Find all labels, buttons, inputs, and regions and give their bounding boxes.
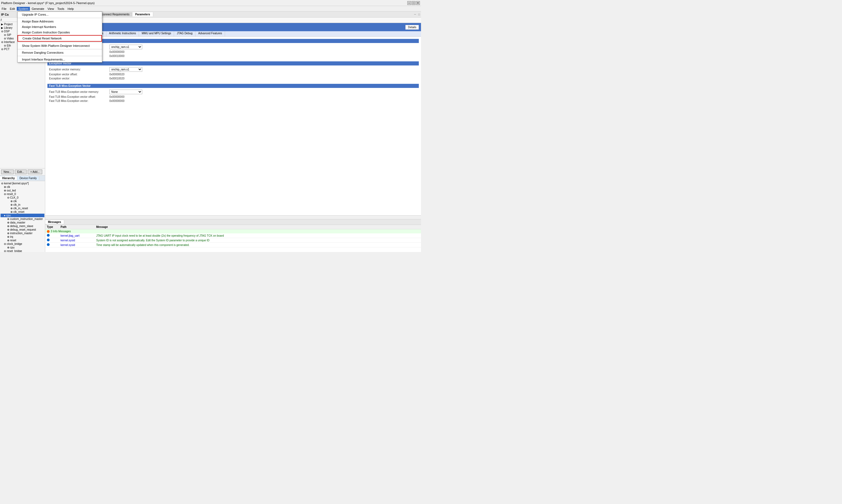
new-button[interactable]: New... xyxy=(1,169,14,174)
messages-tab[interactable]: Messages xyxy=(45,220,64,224)
h-scrollbar[interactable] xyxy=(45,215,421,219)
msg-path-1: kernel.sysid xyxy=(60,239,96,242)
menu-view[interactable]: View xyxy=(46,7,56,11)
info-header-dot xyxy=(47,230,50,233)
tab-window-controls: ─ □ xyxy=(413,13,421,16)
h-out-led[interactable]: ⊕ out_led xyxy=(1,189,45,192)
z-icon: z xyxy=(1,18,2,21)
h-clk0[interactable]: ⊖ CLK_0 xyxy=(1,196,45,199)
add-button[interactable]: + Add... xyxy=(28,169,42,174)
h-instr-master[interactable]: ⊕ instruction_master xyxy=(1,232,45,235)
h-reset[interactable]: ⊕ reset xyxy=(1,238,45,242)
fast-tlb-vector-row: Fast TLB Miss Exception vector: 0x000000… xyxy=(48,99,419,103)
h-clk-reset[interactable]: ⊕ clk_reset xyxy=(1,210,45,214)
minimize-button[interactable]: ─ xyxy=(407,1,411,5)
fast-tlb-vector-label: Fast TLB Miss Exception vector: xyxy=(49,100,109,103)
h-debug-reset[interactable]: ⊕ debug_reset_request xyxy=(1,228,45,232)
menu-assign-custom[interactable]: Assign Custom Instruction Opcodes xyxy=(18,30,102,35)
panel-buttons: New... Edit... + Add... xyxy=(0,168,45,175)
exception-vector-section: Exception Vector Exception vector memory… xyxy=(48,61,419,80)
h-clk-in[interactable]: ⊕ clk_in xyxy=(1,203,45,206)
tab-maximize-btn[interactable]: □ xyxy=(417,13,421,16)
separator-2 xyxy=(18,42,102,42)
subtab-advanced[interactable]: Advanced Features xyxy=(195,31,225,36)
hierarchy-tree: ⊖ kernel [kernel.qsys*] ⊕ clk ⊕ out_led … xyxy=(0,181,45,252)
exception-vector-label: Exception vector: xyxy=(49,77,109,80)
reset-vector-row: Reset vector: 0x00010000 xyxy=(48,54,419,58)
edit-button[interactable]: Edit... xyxy=(15,169,27,174)
reset-vector-memory-row: Reset vector memory: onchip_ram.s1 xyxy=(48,44,419,50)
h-reset-bridge[interactable]: ⊖ reset_bridge xyxy=(1,249,45,252)
subtab-jtag[interactable]: JTAG Debug xyxy=(174,31,195,36)
menu-remove-dangling[interactable]: Remove Dangling Connections xyxy=(18,50,102,55)
tab-parameters[interactable]: Parameters xyxy=(133,12,153,16)
exception-vector-value: 0x00010020 xyxy=(109,77,124,80)
h-clk-in-reset[interactable]: ⊕ clk_in_reset xyxy=(1,206,45,210)
system-dropdown-menu: Upgrade IP Cores... Assign Base Addresse… xyxy=(17,12,102,62)
menu-show-system[interactable]: Show System With Platform Designer Inter… xyxy=(18,43,102,49)
h-custom-instr[interactable]: ⊕ custom_instruction_master xyxy=(1,217,45,221)
h-irq[interactable]: ⊕ irq xyxy=(1,235,45,238)
messages-columns: Type Path Message xyxy=(45,225,421,229)
subtab-arithmetic[interactable]: Arithmetic Instructions xyxy=(106,31,139,36)
fast-tlb-memory-select[interactable]: None xyxy=(109,90,142,94)
exception-vector-offset-value: 0x00000020 xyxy=(109,73,124,76)
h-clk-sub[interactable]: ⊕ clk xyxy=(1,199,45,203)
menu-tools[interactable]: Tools xyxy=(56,7,66,11)
maximize-button[interactable]: □ xyxy=(412,1,416,5)
window-controls: ─ □ ✕ xyxy=(407,1,420,5)
fast-tlb-offset-row: Fast TLB Miss Exception vector offset: 0… xyxy=(48,95,419,99)
menu-help[interactable]: Help xyxy=(66,7,76,11)
h-debug-mem[interactable]: ⊕ debug_mem_slave xyxy=(1,224,45,228)
fast-tlb-offset-value: 0x00000000 xyxy=(109,95,124,98)
h-cpu2[interactable]: ⊕ cpu xyxy=(1,246,45,249)
exception-vector-memory-label: Exception vector memory: xyxy=(49,68,109,71)
details-button[interactable]: Details xyxy=(405,25,419,30)
menu-assign-irq[interactable]: Assign Interrupt Numbers xyxy=(18,24,102,30)
menu-assign-base[interactable]: Assign Base Addresses xyxy=(18,19,102,24)
separator-1 xyxy=(18,18,102,18)
menu-import-interface[interactable]: Import Interface Requirements... xyxy=(18,57,102,62)
msg-path-2: kernel.sysid xyxy=(60,244,96,247)
reset-vector-offset-row: Reset vector offset: 0x00000000 xyxy=(48,50,419,54)
h-reset0[interactable]: ⊖ reset_0 xyxy=(1,192,45,196)
h-cpu[interactable]: ● cpu xyxy=(1,214,45,217)
messages-header: Messages xyxy=(45,219,421,225)
menu-generate[interactable]: Generate xyxy=(30,7,46,11)
menu-file[interactable]: File xyxy=(0,7,8,11)
tab-minimize-btn[interactable]: ─ xyxy=(413,13,417,16)
menu-system[interactable]: System xyxy=(17,7,30,11)
message-row-1: kernel.sysid System ID is not assigned a… xyxy=(45,238,421,243)
h-clk[interactable]: ⊕ clk xyxy=(1,185,45,189)
info-count: 3 Info Messages xyxy=(51,230,71,233)
exception-vector-header: Exception Vector xyxy=(48,61,419,66)
tab-hierarchy[interactable]: Hierarchy xyxy=(0,176,17,180)
reset-vector-memory-select[interactable]: onchip_ram.s1 xyxy=(109,44,142,49)
hierarchy-panel: Hierarchy Device Family ⊖ kernel [kernel… xyxy=(0,175,45,252)
menu-create-reset[interactable]: Create Global Reset Network xyxy=(18,35,102,42)
info-messages-header: 3 Info Messages xyxy=(45,229,421,233)
fast-tlb-memory-row: Fast TLB Miss Exception vector memory: N… xyxy=(48,89,419,95)
subtab-mmu[interactable]: MMU and MPU Settings xyxy=(139,31,174,36)
parameters-area: Reset Vector Reset vector memory: onchip… xyxy=(45,37,421,215)
tab-device-family[interactable]: Device Family xyxy=(17,176,39,180)
msg-type-1 xyxy=(47,238,60,242)
fast-tlb-header: Fast TLB Miss Exception Vector xyxy=(48,84,419,88)
reset-vector-section: Reset Vector Reset vector memory: onchip… xyxy=(48,39,419,58)
msg-dot-2 xyxy=(47,243,50,246)
exception-vector-memory-select[interactable]: onchip_ram.s1 xyxy=(109,67,142,72)
message-row-2: kernel.sysid Time stamp will be automati… xyxy=(45,243,421,247)
msg-type-0 xyxy=(47,234,60,237)
close-button[interactable]: ✕ xyxy=(416,1,420,5)
fast-tlb-section: Fast TLB Miss Exception Vector Fast TLB … xyxy=(48,84,419,103)
msg-dot-0 xyxy=(47,234,50,237)
h-data-master[interactable]: ⊕ data_master xyxy=(1,221,45,224)
fast-tlb-vector-value: 0x00000000 xyxy=(109,100,124,103)
h-clock-bridge[interactable]: ⊖ clock_bridge xyxy=(1,242,45,246)
msg-text-1: System ID is not assigned automatically.… xyxy=(96,239,419,242)
exception-vector-row: Exception vector: 0x00010020 xyxy=(48,76,419,80)
h-kernel[interactable]: ⊖ kernel [kernel.qsys*] xyxy=(1,182,45,185)
menu-edit[interactable]: Edit xyxy=(8,7,17,11)
menu-upgrade-ip[interactable]: Upgrade IP Cores... xyxy=(18,12,102,17)
title-bar: Platform Designer - kernel.qsys* (F:\qrs… xyxy=(0,0,421,6)
